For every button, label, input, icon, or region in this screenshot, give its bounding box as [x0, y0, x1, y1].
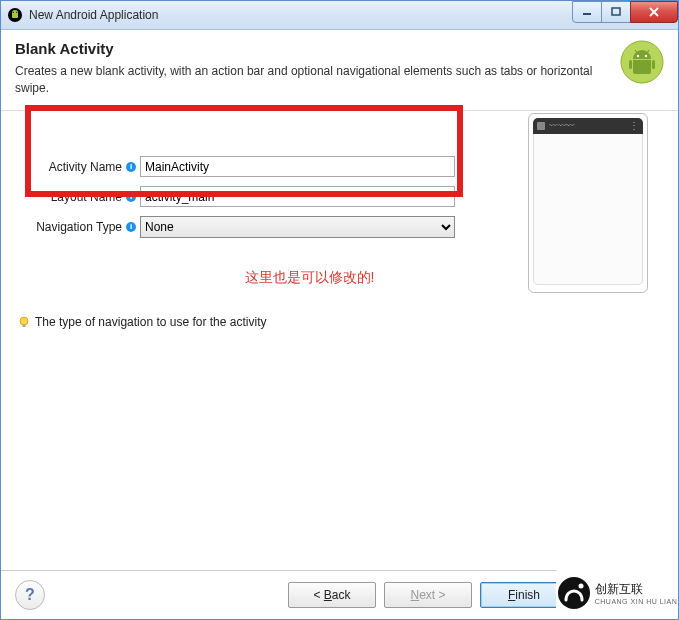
- watermark: 创新互联 CHUANG XIN HU LIAN: [556, 567, 678, 619]
- close-button[interactable]: [630, 1, 678, 23]
- watermark-sub: CHUANG XIN HU LIAN: [595, 598, 678, 605]
- preview-app-icon: [537, 122, 545, 130]
- svg-point-10: [645, 55, 647, 57]
- svg-rect-14: [23, 324, 26, 327]
- back-button[interactable]: < Back: [288, 582, 376, 608]
- next-button[interactable]: Next >: [384, 582, 472, 608]
- lightbulb-icon: [17, 315, 31, 329]
- help-button[interactable]: ?: [15, 580, 45, 610]
- preview-overflow-icon: ⋮: [629, 120, 639, 131]
- minimize-button[interactable]: [572, 1, 602, 23]
- svg-rect-12: [652, 60, 655, 69]
- preview-phone-titlebar: 〰〰〰 ⋮: [533, 118, 643, 134]
- row-activity-name: Activity Name i: [17, 155, 662, 179]
- maximize-button[interactable]: [601, 1, 631, 23]
- input-layout-name[interactable]: [140, 186, 455, 207]
- input-activity-name[interactable]: [140, 156, 455, 177]
- select-navigation-type[interactable]: None: [140, 216, 455, 238]
- label-navigation-type: Navigation Type: [17, 220, 124, 234]
- svg-point-16: [578, 584, 583, 589]
- finish-button[interactable]: Finish: [480, 582, 568, 608]
- watermark-logo-icon: [557, 576, 591, 610]
- row-navigation-type: Navigation Type i None: [17, 215, 662, 239]
- android-hero-icon: [620, 40, 664, 84]
- info-icon[interactable]: i: [126, 222, 136, 232]
- svg-point-1: [13, 12, 14, 13]
- form-area: Activity Name i Layout Name i Navigation…: [17, 155, 662, 329]
- hint-row: The type of navigation to use for the ac…: [17, 315, 662, 329]
- label-activity-name: Activity Name: [17, 160, 124, 174]
- label-layout-name: Layout Name: [17, 190, 124, 204]
- info-icon[interactable]: i: [126, 192, 136, 202]
- content-area: 〰〰〰 ⋮ Activity Name i Layout Name i Navi…: [1, 111, 678, 329]
- banner-description: Creates a new blank activity, with an ac…: [15, 63, 664, 98]
- svg-rect-3: [583, 13, 591, 15]
- svg-rect-4: [612, 8, 620, 15]
- svg-point-13: [20, 317, 28, 325]
- wizard-window: New Android Application Blank Activity C…: [0, 0, 679, 620]
- preview-title-placeholder: 〰〰〰: [549, 121, 625, 131]
- info-icon[interactable]: i: [126, 162, 136, 172]
- android-icon: [7, 7, 23, 23]
- svg-point-15: [558, 577, 590, 609]
- titlebar[interactable]: New Android Application: [1, 1, 678, 30]
- hint-text: The type of navigation to use for the ac…: [35, 315, 266, 329]
- window-title: New Android Application: [29, 8, 158, 22]
- svg-rect-11: [629, 60, 632, 69]
- watermark-name: 创新互联: [595, 581, 678, 598]
- window-controls: [573, 1, 678, 21]
- banner: Blank Activity Creates a new blank activ…: [1, 30, 678, 111]
- banner-heading: Blank Activity: [15, 40, 664, 57]
- row-layout-name: Layout Name i: [17, 185, 662, 209]
- annotation-text: 这里也是可以修改的!: [0, 269, 662, 287]
- svg-point-9: [637, 55, 639, 57]
- svg-point-2: [16, 12, 17, 13]
